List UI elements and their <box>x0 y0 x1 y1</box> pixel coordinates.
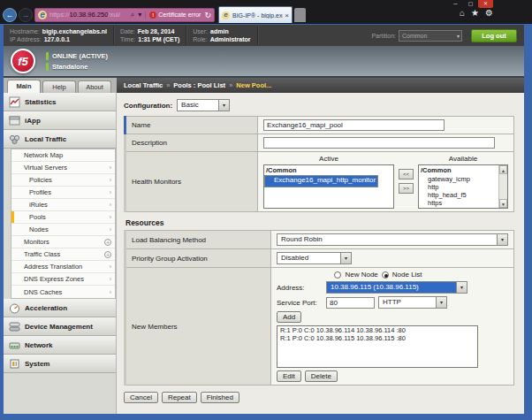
description-input[interactable] <box>263 137 495 149</box>
favorites-icon[interactable]: ★ <box>471 8 479 18</box>
sidebar-item-address-translation[interactable]: Address Translation› <box>11 261 115 273</box>
available-monitor-item[interactable]: https <box>419 199 507 207</box>
window-maximize-button[interactable]: ▢ <box>463 0 478 8</box>
user-value: admin <box>210 28 229 34</box>
add-button[interactable]: Add <box>277 311 301 323</box>
sidebar: Statistics iApp Local Traffic Network Ma… <box>4 93 117 414</box>
monitor-group-label: /Common <box>419 165 507 175</box>
sidebar-item-network-map[interactable]: Network Map <box>11 149 115 162</box>
search-icon[interactable]: ⌕ <box>131 11 134 19</box>
browser-tab[interactable]: e BIG-IP® - bigip.exchangela... × <box>218 6 293 23</box>
address-bar[interactable]: e https://10.38.96.250/xui/ ⌕ ▾ ! Certif… <box>34 8 215 22</box>
tab-main[interactable]: Main <box>7 80 41 93</box>
shield-icon: ! <box>149 11 156 19</box>
move-left-button[interactable]: << <box>399 169 414 179</box>
partition-select[interactable]: Common ▾ <box>399 30 462 42</box>
move-right-button[interactable]: >> <box>399 183 414 194</box>
user-label: User: <box>193 28 208 34</box>
sidebar-item-statistics[interactable]: Statistics <box>4 93 116 111</box>
certificate-error-badge[interactable]: ! Certificate error <box>145 11 201 19</box>
tab-close-icon[interactable]: × <box>285 11 289 19</box>
scroll-up-icon[interactable]: ▲ <box>499 165 507 174</box>
sidebar-item-irules[interactable]: iRules› <box>11 199 115 211</box>
logout-button[interactable]: Log out <box>471 29 517 42</box>
ip-label: IP Address: <box>10 36 42 42</box>
local-traffic-icon <box>9 134 20 145</box>
sidebar-item-network[interactable]: Network <box>4 336 116 355</box>
search-dropdown-icon[interactable]: ▾ <box>138 11 141 19</box>
available-monitor-item[interactable]: gateway_icmp <box>419 175 507 183</box>
finished-button[interactable]: Finished <box>201 392 239 403</box>
refresh-icon[interactable]: ↻ <box>204 11 211 19</box>
configuration-select[interactable]: Basic ▾ <box>177 99 230 111</box>
sidebar-item-dns-express-zones[interactable]: DNS Express Zones› <box>11 273 115 286</box>
name-input[interactable]: Exchange16_mapi_pool <box>263 119 445 131</box>
sidebar-item-policies[interactable]: Policies› <box>11 174 115 187</box>
monitor-group-label: /Common <box>264 165 393 175</box>
window-close-button[interactable]: ✕ <box>478 0 493 8</box>
available-monitors-listbox[interactable]: /Common gateway_icmp http http_head_f5 h… <box>418 164 508 209</box>
breadcrumb-page[interactable]: Pools : Pool List <box>173 81 225 89</box>
browser-back-button[interactable]: ← <box>3 8 17 22</box>
available-list-header: Available <box>418 155 508 163</box>
active-monitors-listbox[interactable]: /Common Exchange16_mapi_http_monitor <box>263 164 394 209</box>
sidebar-item-dns-caches[interactable]: DNS Caches› <box>11 286 115 298</box>
chevron-right-icon: › <box>110 202 111 208</box>
nav-strip: Main Help About Local Traffic » Pools : … <box>4 78 524 93</box>
table-row: Name Exchange16_mapi_pool <box>125 117 514 134</box>
scroll-down-icon[interactable]: ▼ <box>499 199 507 208</box>
window-minimize-button[interactable]: ─ <box>448 0 463 8</box>
sidebar-item-system[interactable]: System <box>4 355 116 373</box>
service-port-input[interactable]: 80 <box>326 297 375 309</box>
sidebar-item-iapp[interactable]: iApp <box>4 111 116 130</box>
online-status-icon <box>46 52 49 60</box>
tools-gear-icon[interactable]: ⚙ <box>485 8 493 18</box>
node-list-radio[interactable] <box>382 271 389 279</box>
members-listbox[interactable]: R:1 P:0 C:0 10.38.96.114 10.38.96.114 :8… <box>277 325 478 368</box>
scrollbar[interactable]: ▲ ▼ <box>498 165 507 208</box>
home-icon[interactable]: ⌂ <box>460 8 465 18</box>
edit-button[interactable]: Edit <box>277 370 301 382</box>
cancel-button[interactable]: Cancel <box>124 392 158 403</box>
available-monitor-item[interactable]: http_head_f5 <box>419 191 507 199</box>
url-text: https://10.38.96.250/xui/ <box>49 11 120 19</box>
active-monitor-item[interactable]: Exchange16_mapi_http_monitor <box>264 175 378 187</box>
chevron-down-icon: ▾ <box>455 33 461 39</box>
sidebar-item-virtual-servers[interactable]: Virtual Servers› <box>11 162 115 174</box>
add-circle-icon[interactable]: + <box>104 239 111 246</box>
sidebar-item-monitors[interactable]: Monitors+ <box>11 236 115 248</box>
priority-group-select[interactable]: Disabled ▾ <box>277 252 352 264</box>
sidebar-item-local-traffic[interactable]: Local Traffic <box>4 130 116 149</box>
configuration-label: Configuration: <box>124 102 172 110</box>
new-node-radio[interactable] <box>334 271 341 279</box>
service-port-select[interactable]: HTTP ▾ <box>378 296 447 309</box>
chevron-right-icon: › <box>110 263 111 270</box>
priority-group-label: Priority Group Activation <box>125 249 271 268</box>
load-balancing-select[interactable]: Round Robin ▾ <box>277 233 508 246</box>
address-select[interactable]: 10.38.96.115 (10.38.96.115) ▾ <box>326 281 467 294</box>
sidebar-item-traffic-class[interactable]: Traffic Class+ <box>11 248 115 261</box>
online-status-label: ONLINE (ACTIVE) <box>52 52 108 60</box>
delete-button[interactable]: Delete <box>305 370 338 382</box>
sidebar-item-nodes[interactable]: Nodes› <box>11 224 115 236</box>
sidebar-item-acceleration[interactable]: Acceleration <box>4 299 116 317</box>
standalone-status-icon <box>46 63 49 71</box>
tab-about[interactable]: About <box>78 80 111 93</box>
page-viewport: Hostname:bigip.exchangelabs.nl IP Addres… <box>4 25 524 414</box>
add-circle-icon[interactable]: + <box>104 251 111 258</box>
table-row: New Members New Node Node List <box>125 268 514 386</box>
sidebar-item-device-management[interactable]: Device Management <box>4 317 116 336</box>
new-tab-button[interactable] <box>294 8 306 22</box>
available-monitor-item[interactable]: http <box>419 183 507 191</box>
member-row[interactable]: R:1 P:0 C:0 10.38.96.114 10.38.96.114 :8… <box>277 326 477 334</box>
new-node-radio-label: New Node <box>345 271 377 279</box>
sidebar-item-profiles[interactable]: Profiles› <box>11 187 115 199</box>
role-value: Administrator <box>210 36 251 42</box>
browser-forward-button[interactable]: → <box>19 8 33 22</box>
tab-help[interactable]: Help <box>42 80 76 93</box>
breadcrumb-section[interactable]: Local Traffic <box>124 81 163 89</box>
tab-favicon: e <box>222 11 230 19</box>
repeat-button[interactable]: Repeat <box>162 392 197 403</box>
sidebar-item-pools[interactable]: Pools› <box>11 211 115 224</box>
member-row[interactable]: R:1 P:0 C:0 10.38.96.115 10.38.96.115 :8… <box>277 334 477 342</box>
